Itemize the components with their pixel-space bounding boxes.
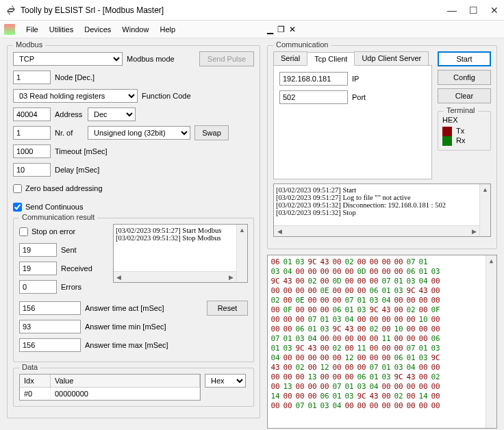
menu-help[interactable]: Help xyxy=(160,25,175,34)
hex-terminal-view[interactable]: ▲ 0601039C430002000000000701030400000000… xyxy=(267,255,497,429)
ip-input[interactable] xyxy=(279,72,348,86)
function-code-label: Function Code xyxy=(142,92,191,100)
delay-input[interactable] xyxy=(13,163,51,177)
hex-byte: 00 xyxy=(318,344,331,353)
hex-byte: 07 xyxy=(343,296,355,305)
hex-byte: 00 xyxy=(380,315,392,325)
timeout-input[interactable] xyxy=(13,144,51,158)
data-format-select[interactable]: Hex xyxy=(205,374,246,388)
maximize-button[interactable]: ☐ xyxy=(469,5,478,16)
address-format-select[interactable]: Dec xyxy=(88,108,136,121)
commresult-log[interactable]: [03/02/2023 09:51:27] Start Modbus [03/0… xyxy=(113,224,248,283)
modbus-mode-select[interactable]: TCP xyxy=(13,52,123,66)
hex-byte: 11 xyxy=(380,334,392,344)
hex-byte: 00 xyxy=(331,353,343,363)
menu-utilities[interactable]: Utilities xyxy=(49,25,73,34)
hex-byte: 03 xyxy=(368,296,380,305)
hex-byte: 00 xyxy=(355,286,368,296)
stop-on-error-checkbox[interactable] xyxy=(19,227,28,236)
hex-byte: 00 xyxy=(417,305,429,315)
mdi-minimize-icon[interactable]: ▁ xyxy=(267,25,273,34)
hex-byte: 43 xyxy=(343,325,355,334)
answer-min-input[interactable] xyxy=(19,320,81,333)
hex-byte: 03 xyxy=(429,344,442,353)
hex-byte: 11 xyxy=(355,344,368,353)
hex-byte: 00 xyxy=(417,296,429,305)
minimize-button[interactable]: — xyxy=(447,5,457,16)
errors-input[interactable] xyxy=(19,280,57,294)
hex-byte: 04 xyxy=(405,363,417,372)
hex-byte: 03 xyxy=(380,372,392,382)
hex-byte: 00 xyxy=(294,392,306,401)
start-button[interactable]: Start xyxy=(438,51,491,66)
hex-byte: 00 xyxy=(429,296,442,305)
hex-byte: 00 xyxy=(343,401,355,411)
zero-based-checkbox[interactable] xyxy=(13,184,22,193)
hex-byte: 00 xyxy=(355,363,368,372)
hex-byte: 0F xyxy=(429,305,442,315)
port-input[interactable] xyxy=(279,90,348,104)
reset-button[interactable]: Reset xyxy=(207,301,248,316)
tab-udp[interactable]: Udp Client Server xyxy=(354,51,429,65)
modbus-mode-label: Modbus mode xyxy=(127,55,175,63)
answer-max-input[interactable] xyxy=(19,338,81,352)
scrollbar-horizontal[interactable]: ◀▶ xyxy=(114,271,236,282)
nrof-input[interactable] xyxy=(13,126,51,140)
log-line: [03/02/2023 09:51:32] Stop Modbus xyxy=(116,234,245,242)
hex-byte: 07 xyxy=(331,382,343,392)
hex-byte: 06 xyxy=(405,267,417,277)
config-button[interactable]: Config xyxy=(438,70,491,85)
hex-byte: 06 xyxy=(331,305,343,315)
received-input[interactable] xyxy=(19,262,57,275)
hex-byte: 00 xyxy=(306,353,318,363)
clear-button[interactable]: Clear xyxy=(438,88,491,103)
tab-serial[interactable]: Serial xyxy=(273,51,307,65)
hex-byte: 00 xyxy=(281,315,294,325)
node-input[interactable] xyxy=(13,71,51,84)
communication-log[interactable]: [03/02/2023 09:51:27] Start [03/02/2023 … xyxy=(273,184,491,237)
scrollbar-horizontal[interactable]: ◀▶ xyxy=(274,225,479,236)
tab-tcp-client[interactable]: Tcp Client xyxy=(307,52,355,66)
scrollbar-vertical[interactable]: ▲ xyxy=(236,225,247,282)
hex-byte: 00 xyxy=(355,315,368,325)
datatype-select[interactable]: Unsigned long (32bit) xyxy=(88,126,190,140)
hex-byte: 9C xyxy=(294,344,306,353)
hex-byte: 9C xyxy=(368,305,380,315)
scrollbar-vertical[interactable]: ▲ xyxy=(479,184,490,236)
hex-byte: 0E xyxy=(294,296,306,305)
hex-byte: 03 xyxy=(392,286,405,296)
hex-byte: 01 xyxy=(405,353,417,363)
hex-byte: 00 xyxy=(343,286,355,296)
send-pulse-button[interactable]: Send Pulse xyxy=(199,51,254,66)
scrollbar-vertical[interactable]: ▲ xyxy=(486,255,496,428)
menu-file[interactable]: File xyxy=(26,25,38,34)
hex-byte: 01 xyxy=(269,344,281,353)
hex-byte: 02 xyxy=(405,305,417,315)
node-label: Node [Dec.] xyxy=(55,73,94,81)
send-continuous-checkbox[interactable] xyxy=(13,203,22,212)
hex-byte: 00 xyxy=(331,257,343,267)
function-code-select[interactable]: 03 Read holding registers xyxy=(13,89,138,103)
sent-input[interactable] xyxy=(19,243,57,257)
mdi-close-icon[interactable]: ✕ xyxy=(289,25,296,34)
menu-window[interactable]: Window xyxy=(122,25,149,34)
data-table[interactable]: IdxValue #000000000 xyxy=(19,374,201,401)
hex-byte: 03 xyxy=(392,363,405,372)
menu-devices[interactable]: Devices xyxy=(84,25,111,34)
answer-act-input[interactable] xyxy=(19,301,81,315)
hex-byte: 00 xyxy=(417,325,429,334)
terminal-rx-legend: Rx xyxy=(442,136,486,146)
hex-byte: 00 xyxy=(294,353,306,363)
hex-byte: 00 xyxy=(392,401,405,411)
hex-byte: 00 xyxy=(355,257,368,267)
hex-line: 000000000E0000000601039C4300 xyxy=(269,286,495,296)
hex-line: 0013000000070103040000000000 xyxy=(269,382,495,392)
timeout-label: Timeout [mSec] xyxy=(55,147,108,155)
hex-byte: 43 xyxy=(405,372,417,382)
hex-byte: 02 xyxy=(392,392,405,401)
mdi-restore-icon[interactable]: ❐ xyxy=(277,25,285,34)
hex-line: 000F0000000601039C430002000F xyxy=(269,305,495,315)
swap-button[interactable]: Swap xyxy=(194,125,229,140)
address-input[interactable] xyxy=(13,108,51,121)
close-button[interactable]: ✕ xyxy=(490,5,499,16)
